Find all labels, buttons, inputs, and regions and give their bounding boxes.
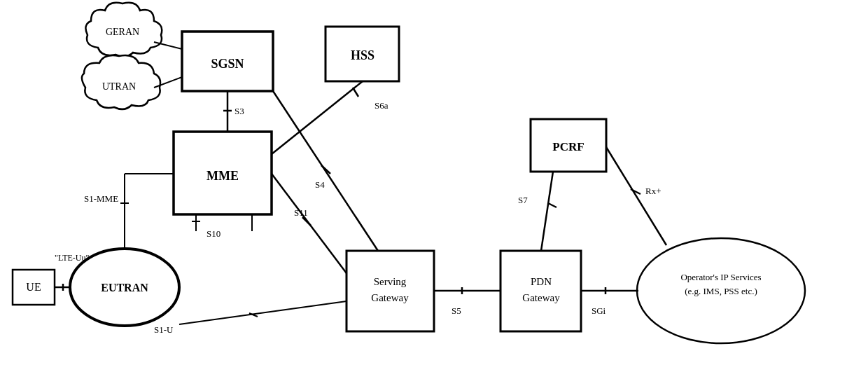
s1-mme-label: S1-MME xyxy=(84,193,118,204)
geran-label: GERAN xyxy=(106,27,139,37)
lte-uu-label: "LTE-Uu" xyxy=(55,253,89,263)
serving-gateway-node: Serving Gateway xyxy=(346,251,434,331)
s7-label: S7 xyxy=(518,195,528,205)
sgsn-node: SGSN xyxy=(182,32,273,91)
pcrf-node: PCRF xyxy=(531,119,606,172)
hss-label: HSS xyxy=(351,48,374,62)
pdn-gateway-node: PDN Gateway xyxy=(500,251,581,331)
pdn-gateway-label2: Gateway xyxy=(522,292,560,303)
operator-ip-label1: Operator's IP Services xyxy=(680,272,761,282)
s10-label: S10 xyxy=(206,228,220,239)
eutran-label: EUTRAN xyxy=(101,282,148,294)
pdn-gateway-label1: PDN xyxy=(531,276,552,287)
serving-gateway-label1: Serving xyxy=(374,276,407,287)
utran-label: UTRAN xyxy=(102,81,136,92)
hss-node: HSS xyxy=(326,27,399,81)
mme-node: MME xyxy=(174,132,272,214)
network-diagram: GERAN UTRAN SGSN HSS MME UE EUTRAN Servi… xyxy=(0,0,868,372)
s3-label: S3 xyxy=(234,106,244,116)
sgi-label: SGi xyxy=(592,305,606,316)
s4-label: S4 xyxy=(315,179,325,190)
operator-ip-node: Operator's IP Services (e.g. IMS, PSS et… xyxy=(637,238,805,343)
serving-gateway-label2: Gateway xyxy=(371,292,409,303)
rx-plus-label: Rx+ xyxy=(645,186,662,196)
s5-label: S5 xyxy=(451,305,461,316)
s1-u-label: S1-U xyxy=(154,324,174,335)
svg-rect-8 xyxy=(500,251,581,331)
s11-label: S11 xyxy=(294,207,308,218)
pcrf-label: PCRF xyxy=(552,140,584,153)
s6a-label: S6a xyxy=(374,100,388,111)
mme-label: MME xyxy=(206,169,239,183)
ue-node: UE xyxy=(13,270,55,305)
sgsn-label: SGSN xyxy=(211,57,244,71)
ue-label: UE xyxy=(26,281,41,293)
svg-rect-7 xyxy=(346,251,434,331)
operator-ip-label2: (e.g. IMS, PSS etc.) xyxy=(685,286,757,296)
